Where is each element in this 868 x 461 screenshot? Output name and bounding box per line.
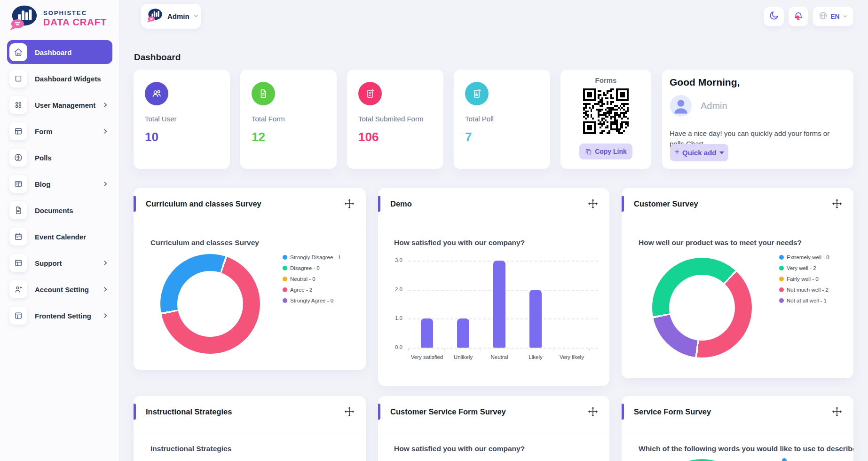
legend-dot [779, 287, 784, 292]
sidebar-item-label: Account Setting [35, 286, 89, 294]
stat-value: 7 [465, 130, 472, 144]
chevron-right-icon [102, 128, 109, 135]
sidebar-item-label: Support [35, 259, 62, 267]
legend-label: Very well - 2 [787, 265, 816, 271]
legend-item[interactable]: Strongly Agree - 0 [283, 295, 341, 306]
stat-value: 106 [358, 130, 379, 144]
gridline [408, 348, 598, 349]
brand-line1: SOPHISTEC [43, 9, 107, 16]
legend-item[interactable]: Neutral - 0 [283, 273, 341, 284]
accent-bar [378, 404, 380, 420]
x-axis-label: Very likely [560, 354, 584, 360]
chart-title: How well our product was to meet your ne… [639, 238, 802, 247]
table-icon [9, 122, 27, 140]
chart-title: Instructional Strategies [150, 445, 231, 453]
legend-dot [283, 298, 287, 303]
x-axis-tick [589, 349, 590, 351]
x-axis-tick [481, 349, 481, 351]
chevron-down-icon [193, 12, 199, 21]
chevron-right-icon [102, 286, 109, 293]
legend-item[interactable]: Fairly well - 0 [779, 273, 829, 284]
sidebar-item-frontend-setting[interactable]: Frontend Setting [7, 302, 112, 329]
legend-label: Strongly Agree - 0 [290, 298, 333, 303]
card-header: Service Form Survey [622, 396, 853, 435]
card-title: Curriculum and classes Survey [146, 199, 261, 208]
copy-link-button[interactable]: Copy Link [579, 143, 632, 159]
grid-icon [9, 96, 27, 114]
drag-move-icon[interactable] [344, 406, 355, 417]
polls-icon [9, 149, 27, 167]
drag-move-icon[interactable] [832, 406, 842, 417]
chart-title: Curriculum and classes Survey [150, 238, 259, 247]
notification-dot [796, 16, 799, 19]
doughnut-chart [160, 254, 260, 354]
sidebar-item-label: User Management [35, 101, 95, 109]
quick-add-label: Quick add [682, 149, 717, 157]
x-axis-label: Very satisfied [411, 354, 443, 360]
sidebar-item-blog[interactable]: Blog [7, 171, 112, 197]
calendar-icon [9, 228, 27, 246]
greeting-title: Good Morning, [670, 77, 740, 88]
legend-dot [283, 287, 287, 292]
bar-likely [529, 290, 542, 348]
drag-move-icon[interactable] [588, 406, 598, 417]
legend-label: Agree - 2 [290, 287, 312, 293]
blog-icon [9, 175, 27, 193]
card-header: Customer Service Form Survey [378, 396, 609, 435]
doughnut-chart [652, 258, 752, 358]
stat-label: Total Form [252, 115, 285, 123]
legend-item[interactable]: Extremely well - 0 [779, 252, 829, 262]
legend-label: Not at all well - 1 [787, 298, 827, 303]
language-selector[interactable]: EN [813, 7, 853, 26]
legend-dot [283, 266, 287, 270]
chart-card-instructional: Instructional Strategies Instructional S… [134, 396, 366, 461]
sidebar-item-documents[interactable]: Documents [7, 197, 112, 223]
drag-move-icon[interactable] [344, 199, 355, 209]
drag-move-icon[interactable] [588, 199, 598, 209]
qr-code [583, 88, 629, 134]
sidebar-item-dashboard[interactable]: Dashboard [7, 39, 112, 65]
quick-add-button[interactable]: + Quick add [670, 144, 728, 161]
chart-body: Curriculum and classes Survey Strongly D… [134, 227, 366, 370]
sidebar-item-label: Dashboard Widgets [35, 75, 101, 83]
chart-card-service-form: Service Form Survey Which of the followi… [622, 396, 853, 461]
notifications-button[interactable] [789, 7, 808, 26]
bar-chart: 3.02.01.00.0Very satisfiedUnlikelyNeutra… [378, 227, 609, 386]
legend-item[interactable]: Not at all well - 1 [779, 295, 829, 306]
card-title: Instructional Strategies [146, 407, 232, 416]
sidebar-item-support[interactable]: Support [7, 250, 112, 276]
chart-body: Instructional Strategies [134, 433, 366, 461]
x-axis-label: Neutral [490, 354, 508, 360]
legend-dot [779, 266, 784, 270]
sidebar-item-user-management[interactable]: User Management [7, 92, 112, 118]
drag-move-icon[interactable] [832, 199, 842, 209]
sidebar-item-label: Documents [35, 207, 73, 215]
stat-card-total-user: Total User10 [134, 70, 230, 169]
sidebar-item-label: Polls [35, 154, 52, 162]
legend-item[interactable]: Agree - 2 [283, 284, 341, 295]
x-axis-tick [408, 349, 409, 351]
sidebar-item-polls[interactable]: Polls [7, 144, 112, 171]
sidebar-item-account-setting[interactable]: Account Setting [7, 276, 112, 302]
user-menu-button[interactable]: Admin [141, 4, 201, 29]
y-axis-tick-label: 2.0 [378, 286, 402, 292]
sidebar-item-form[interactable]: Form [7, 118, 112, 144]
sidebar: SOPHISTEC DATA CRAFT DashboardDashboard … [0, 0, 119, 461]
chart-card-curriculum: Curriculum and classes Survey Curriculum… [134, 188, 366, 370]
sidebar-item-event-calender[interactable]: Event Calender [7, 223, 112, 250]
legend-item[interactable]: Strongly Disagree - 1 [283, 252, 341, 262]
brand-logo[interactable]: SOPHISTEC DATA CRAFT [8, 4, 107, 33]
doc-icon [9, 201, 27, 219]
plus-icon: + [674, 147, 679, 157]
dark-mode-toggle-button[interactable] [764, 7, 784, 26]
card-title: Demo [390, 199, 412, 208]
legend-label: Strongly Disagree - 1 [290, 254, 341, 260]
stat-label: Total Submited Form [358, 115, 423, 123]
legend-dot-partial [782, 458, 787, 461]
legend-label: Extremely well - 0 [787, 254, 829, 260]
sidebar-item-dashboard-widgets[interactable]: Dashboard Widgets [7, 65, 112, 92]
legend-item[interactable]: Very well - 2 [779, 262, 829, 273]
legend-item[interactable]: Disagree - 0 [283, 262, 341, 273]
chart-body: How satisfied you with our company? [378, 433, 609, 461]
legend-item[interactable]: Not much well - 2 [779, 284, 829, 295]
